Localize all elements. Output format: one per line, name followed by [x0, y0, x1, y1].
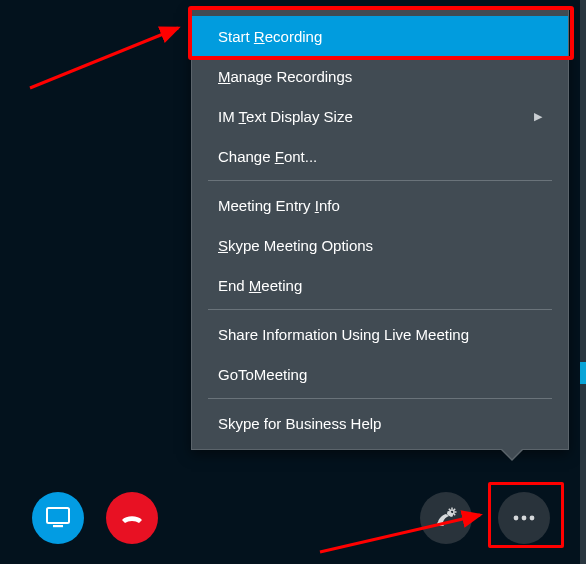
svg-rect-0: [47, 508, 69, 523]
menu-item-12[interactable]: Skype for Business Help: [192, 403, 568, 443]
menu-item-label: Start Recording: [218, 28, 322, 45]
hang-up-button[interactable]: [106, 492, 158, 544]
menu-item-6[interactable]: Skype Meeting Options: [192, 225, 568, 265]
call-controls-bar: [0, 484, 586, 548]
phone-hangup-icon: [117, 503, 147, 533]
menu-item-10[interactable]: GoToMeeting: [192, 354, 568, 394]
menu-item-label: Skype Meeting Options: [218, 237, 373, 254]
svg-rect-1: [53, 525, 63, 527]
menu-item-1[interactable]: Manage Recordings: [192, 56, 568, 96]
svg-point-4: [450, 510, 454, 514]
menu-item-label: Meeting Entry Info: [218, 197, 340, 214]
menu-item-label: End Meeting: [218, 277, 302, 294]
annotation-arrow-top: [0, 0, 200, 120]
submenu-arrow-icon: ▶: [534, 110, 542, 123]
svg-line-16: [30, 28, 178, 88]
menu-separator: [208, 309, 552, 310]
menu-item-label: Change Font...: [218, 148, 317, 165]
svg-line-9: [449, 509, 450, 510]
menu-item-9[interactable]: Share Information Using Live Meeting: [192, 314, 568, 354]
right-accent-strip: [580, 362, 586, 384]
menu-item-label: Manage Recordings: [218, 68, 352, 85]
present-button[interactable]: [32, 492, 84, 544]
annotation-highlight-more: [488, 482, 564, 548]
menu-item-2[interactable]: IM Text Display Size▶: [192, 96, 568, 136]
menu-separator: [208, 180, 552, 181]
menu-item-label: Share Information Using Live Meeting: [218, 326, 469, 343]
menu-item-label: GoToMeeting: [218, 366, 307, 383]
menu-item-label: Skype for Business Help: [218, 415, 381, 432]
more-options-menu: Start RecordingManage RecordingsIM Text …: [191, 9, 569, 450]
menu-item-7[interactable]: End Meeting: [192, 265, 568, 305]
svg-rect-2: [437, 522, 444, 526]
menu-separator: [208, 398, 552, 399]
monitor-icon: [46, 507, 70, 529]
menu-item-0[interactable]: Start Recording: [192, 16, 568, 56]
svg-line-12: [454, 509, 455, 510]
menu-pointer: [502, 449, 522, 459]
svg-line-11: [449, 514, 450, 515]
menu-item-3[interactable]: Change Font...: [192, 136, 568, 176]
menu-item-5[interactable]: Meeting Entry Info: [192, 185, 568, 225]
svg-line-10: [454, 514, 455, 515]
menu-item-label: IM Text Display Size: [218, 108, 353, 125]
call-devices-button[interactable]: [420, 492, 472, 544]
window-right-border: [580, 0, 586, 564]
phone-gear-icon: [432, 504, 460, 532]
